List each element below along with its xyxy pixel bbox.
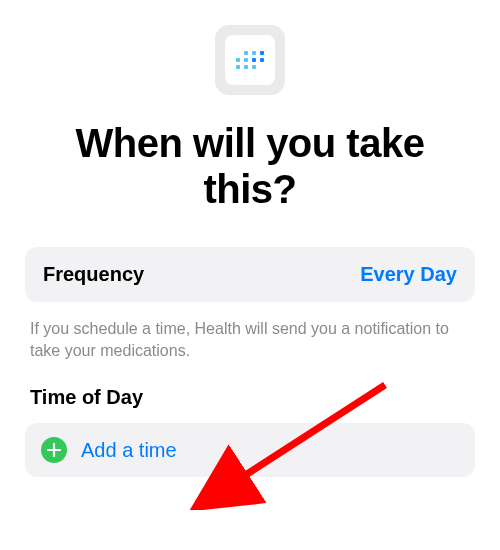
time-of-day-title: Time of Day bbox=[30, 386, 470, 409]
header-icon-container bbox=[25, 25, 475, 95]
add-time-button[interactable]: Add a time bbox=[25, 423, 475, 477]
frequency-label: Frequency bbox=[43, 263, 144, 286]
calendar-icon bbox=[215, 25, 285, 95]
frequency-value: Every Day bbox=[360, 263, 457, 286]
schedule-hint: If you schedule a time, Health will send… bbox=[30, 318, 470, 361]
plus-icon bbox=[41, 437, 67, 463]
page-title: When will you take this? bbox=[25, 120, 475, 212]
add-time-label: Add a time bbox=[81, 439, 177, 462]
calendar-icon-inner bbox=[225, 35, 275, 85]
frequency-row[interactable]: Frequency Every Day bbox=[25, 247, 475, 302]
